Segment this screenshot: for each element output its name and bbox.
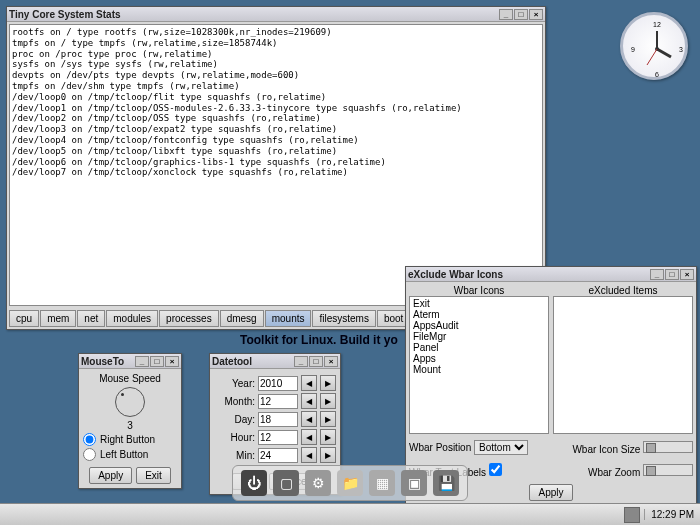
wbar-position-select[interactable]: Bottom bbox=[474, 440, 528, 455]
minimize-icon[interactable]: _ bbox=[294, 356, 308, 367]
maximize-icon[interactable]: □ bbox=[665, 269, 679, 280]
date-year-input[interactable] bbox=[258, 376, 298, 391]
mouse-titlebar[interactable]: MouseTo _ □ × bbox=[79, 354, 181, 369]
close-icon[interactable]: × bbox=[680, 269, 694, 280]
tab-modules[interactable]: modules bbox=[106, 310, 158, 327]
tab-dmesg[interactable]: dmesg bbox=[220, 310, 264, 327]
wbar-size-slider[interactable] bbox=[643, 441, 693, 453]
date-hour-input[interactable] bbox=[258, 430, 298, 445]
decrease-icon[interactable]: ◀ bbox=[301, 447, 317, 463]
list-item[interactable]: Exit bbox=[411, 298, 547, 309]
svg-line-3 bbox=[647, 49, 657, 65]
tab-processes[interactable]: processes bbox=[159, 310, 219, 327]
minimize-icon[interactable]: _ bbox=[650, 269, 664, 280]
tab-mem[interactable]: mem bbox=[40, 310, 76, 327]
increase-icon[interactable]: ▶ bbox=[320, 429, 336, 445]
left-button-radio[interactable] bbox=[83, 448, 96, 461]
minimize-icon[interactable]: _ bbox=[499, 9, 513, 20]
mouse-apply-button[interactable]: Apply bbox=[89, 467, 132, 484]
dock-icon-terminal[interactable]: ▢ bbox=[273, 470, 299, 496]
mouse-speed-value: 3 bbox=[83, 420, 177, 431]
wbar-col1-header: Wbar Icons bbox=[409, 285, 549, 296]
list-item[interactable]: AppsAudit bbox=[411, 320, 547, 331]
minimize-icon[interactable]: _ bbox=[135, 356, 149, 367]
wbar-zoom-slider[interactable] bbox=[643, 464, 693, 476]
list-item[interactable]: Mount bbox=[411, 364, 547, 375]
svg-text:9: 9 bbox=[631, 46, 635, 53]
close-icon[interactable]: × bbox=[165, 356, 179, 367]
svg-text:6: 6 bbox=[655, 71, 659, 78]
svg-line-2 bbox=[657, 49, 671, 57]
wbar-text-checkbox[interactable] bbox=[489, 463, 502, 476]
maximize-icon[interactable]: □ bbox=[309, 356, 323, 367]
wbar-col2-header: eXcluded Items bbox=[553, 285, 693, 296]
tray-icon[interactable] bbox=[624, 507, 640, 523]
stats-titlebar[interactable]: Tiny Core System Stats _ □ × bbox=[7, 7, 545, 22]
date-month-input[interactable] bbox=[258, 394, 298, 409]
decrease-icon[interactable]: ◀ bbox=[301, 393, 317, 409]
tab-filesystems[interactable]: filesystems bbox=[312, 310, 375, 327]
right-button-radio[interactable] bbox=[83, 433, 96, 446]
dock-icon-apps[interactable]: ▣ bbox=[401, 470, 427, 496]
mouse-dial[interactable] bbox=[115, 387, 145, 417]
close-icon[interactable]: × bbox=[324, 356, 338, 367]
svg-text:3: 3 bbox=[679, 46, 683, 53]
dock-icon-settings[interactable]: ⚙ bbox=[305, 470, 331, 496]
increase-icon[interactable]: ▶ bbox=[320, 393, 336, 409]
mouse-window: MouseTo _ □ × Mouse Speed 3 Right Button… bbox=[78, 353, 182, 489]
decrease-icon[interactable]: ◀ bbox=[301, 375, 317, 391]
mouse-exit-button[interactable]: Exit bbox=[136, 467, 171, 484]
list-item[interactable]: Aterm bbox=[411, 309, 547, 320]
increase-icon[interactable]: ▶ bbox=[320, 447, 336, 463]
date-titlebar[interactable]: Datetool _ □ × bbox=[210, 354, 340, 369]
wbar-title: eXclude Wbar Icons bbox=[408, 269, 650, 280]
wbar-apply-button[interactable]: Apply bbox=[529, 484, 572, 501]
date-title: Datetool bbox=[212, 356, 294, 367]
dock: ⏻ ▢ ⚙ 📁 ▦ ▣ 💾 bbox=[232, 465, 468, 501]
analog-clock: 12 3 6 9 bbox=[620, 12, 688, 80]
list-item[interactable]: Apps bbox=[411, 353, 547, 364]
date-day-input[interactable] bbox=[258, 412, 298, 427]
tab-net[interactable]: net bbox=[77, 310, 105, 327]
taskbar-clock[interactable]: 12:29 PM bbox=[644, 509, 700, 520]
description-text: Toolkit for Linux. Build it yo bbox=[240, 333, 398, 347]
dock-icon-filemgr[interactable]: 📁 bbox=[337, 470, 363, 496]
stats-output[interactable]: rootfs on / type rootfs (rw,size=1028300… bbox=[9, 24, 543, 306]
mouse-speed-label: Mouse Speed bbox=[83, 373, 177, 384]
stats-title: Tiny Core System Stats bbox=[9, 9, 499, 20]
decrease-icon[interactable]: ◀ bbox=[301, 429, 317, 445]
tab-cpu[interactable]: cpu bbox=[9, 310, 39, 327]
maximize-icon[interactable]: □ bbox=[150, 356, 164, 367]
maximize-icon[interactable]: □ bbox=[514, 9, 528, 20]
wbar-excluded-list[interactable] bbox=[553, 296, 693, 434]
mouse-title: MouseTo bbox=[81, 356, 135, 367]
dock-icon-panel[interactable]: ▦ bbox=[369, 470, 395, 496]
svg-text:12: 12 bbox=[653, 21, 661, 28]
list-item[interactable]: FileMgr bbox=[411, 331, 547, 342]
dock-icon-mount[interactable]: 💾 bbox=[433, 470, 459, 496]
wbar-titlebar[interactable]: eXclude Wbar Icons _ □ × bbox=[406, 267, 696, 282]
date-min-input[interactable] bbox=[258, 448, 298, 463]
wbar-icons-list[interactable]: ExitAtermAppsAuditFileMgrPanelAppsMount bbox=[409, 296, 549, 434]
taskbar: 12:29 PM bbox=[0, 503, 700, 525]
increase-icon[interactable]: ▶ bbox=[320, 375, 336, 391]
increase-icon[interactable]: ▶ bbox=[320, 411, 336, 427]
close-icon[interactable]: × bbox=[529, 9, 543, 20]
list-item[interactable]: Panel bbox=[411, 342, 547, 353]
decrease-icon[interactable]: ◀ bbox=[301, 411, 317, 427]
tab-mounts[interactable]: mounts bbox=[265, 310, 312, 327]
dock-icon-exit[interactable]: ⏻ bbox=[241, 470, 267, 496]
